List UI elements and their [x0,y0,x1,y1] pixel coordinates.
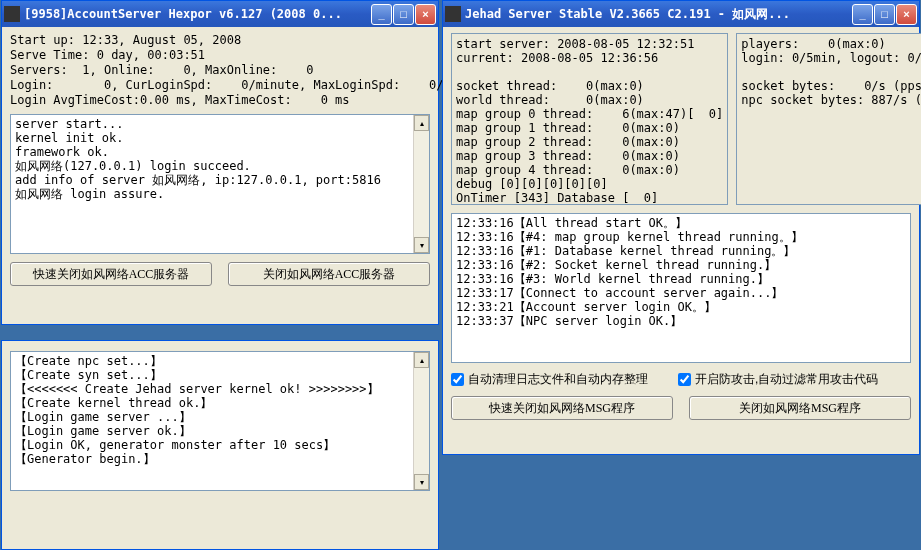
app-icon [445,6,461,22]
minimize-button[interactable]: _ [371,4,392,25]
close-button[interactable]: × [896,4,917,25]
window-title: [9958]AccountServer Hexpor v6.127 (2008 … [24,7,371,21]
window-gameserver-log: 【Create npc set...】 【Create syn set...】 … [1,340,439,550]
log-text: server start... kernel init ok. framewor… [11,115,413,253]
maximize-button[interactable]: □ [874,4,895,25]
minimize-button[interactable]: _ [852,4,873,25]
scrollbar[interactable]: ▴ ▾ [413,352,429,490]
checkbox-auto-clean[interactable]: 自动清理日志文件和自动内存整理 [451,371,648,388]
window-accountserver: [9958]AccountServer Hexpor v6.127 (2008 … [1,0,439,325]
log-panel: 【Create npc set...】 【Create syn set...】 … [10,351,430,491]
close-button[interactable]: × [415,4,436,25]
maximize-button[interactable]: □ [393,4,414,25]
checkbox-input[interactable] [678,373,691,386]
scroll-up-icon[interactable]: ▴ [414,352,429,368]
checkbox-anti-attack[interactable]: 开启防攻击,自动过滤常用攻击代码 [678,371,878,388]
checkbox-input[interactable] [451,373,464,386]
stats-text: Start up: 12:33, August 05, 2008 Serve T… [10,33,430,108]
left-stats-panel: start server: 2008-08-05 12:32:51 curren… [451,33,728,205]
window-title: Jehad Server Stable V2.3665 C2.191 - 如风网… [465,6,852,23]
app-icon [4,6,20,22]
checkbox-label: 开启防攻击,自动过滤常用攻击代码 [695,371,878,388]
scrollbar[interactable]: ▴ ▾ [413,115,429,253]
window-jehad-server: Jehad Server Stable V2.3665 C2.191 - 如风网… [442,0,920,455]
close-msg-button[interactable]: 关闭如风网络MSG程序 [689,396,911,420]
scroll-up-icon[interactable]: ▴ [414,115,429,131]
scroll-down-icon[interactable]: ▾ [414,474,429,490]
fast-close-acc-button[interactable]: 快速关闭如风网络ACC服务器 [10,262,212,286]
event-log: 12:33:16【All thread start OK。】 12:33:16【… [451,213,911,363]
titlebar[interactable]: Jehad Server Stable V2.3665 C2.191 - 如风网… [443,1,919,27]
scroll-down-icon[interactable]: ▾ [414,237,429,253]
right-stats-panel: players: 0(max:0) login: 0/5min, logout:… [736,33,921,205]
log-panel: server start... kernel init ok. framewor… [10,114,430,254]
close-acc-button[interactable]: 关闭如风网络ACC服务器 [228,262,430,286]
titlebar[interactable]: [9958]AccountServer Hexpor v6.127 (2008 … [2,1,438,27]
fast-close-msg-button[interactable]: 快速关闭如风网络MSG程序 [451,396,673,420]
checkbox-label: 自动清理日志文件和自动内存整理 [468,371,648,388]
log-text: 【Create npc set...】 【Create syn set...】 … [11,352,413,490]
